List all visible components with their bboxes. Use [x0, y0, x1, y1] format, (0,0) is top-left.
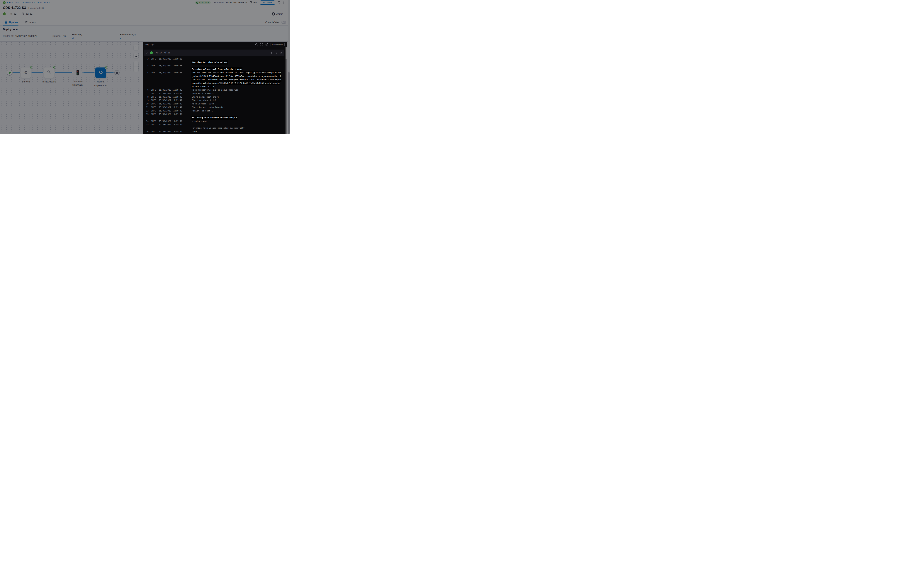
scroll-to-top-button[interactable]: [270, 52, 273, 54]
log-row: 16INFO15/09/2022 16:09:42Done.: [143, 130, 286, 134]
log-row: -out/darwin-fastbuild/bin/260-delegate/e…: [143, 78, 286, 82]
console-view-button[interactable]: Console View: [271, 43, 285, 46]
log-rows: m getHTTP ) 3INFO15/09/2022 16:09:35 Sta…: [143, 56, 286, 134]
log-expand-button[interactable]: [260, 43, 263, 46]
scrollbar-thumb[interactable]: [286, 59, 287, 134]
log-row: t/test-chart/0.1.0: [143, 85, 286, 88]
log-row: 5INFO15/09/2022 16:09:35Did not find the…: [143, 71, 286, 75]
open-in-new-tab-button[interactable]: [265, 43, 268, 46]
log-row: Following were fetched successfully :: [143, 116, 286, 119]
execution-page: ∞ CFDs_Test › Pipelines › CDS-41722-S3 ›…: [0, 0, 290, 134]
log-row: 14INFO15/09/2022 16:09:42- values.yaml: [143, 119, 286, 123]
log-panel-title: Step Logs: [145, 43, 155, 46]
log-row: 13INFO15/09/2022 16:09:42: [143, 113, 286, 116]
step-success-icon: [150, 51, 153, 54]
log-row: 7INFO15/09/2022 16:09:42Base Path: chart…: [143, 92, 286, 95]
log-row: 6INFO15/09/2022 16:09:42Helm repository:…: [143, 88, 286, 92]
log-row: 3INFO15/09/2022 16:09:35: [143, 57, 286, 61]
log-row: Fetching values.yaml from helm chart rep…: [143, 68, 286, 71]
step-log-section-header[interactable]: Fetch Files 9s: [144, 49, 284, 56]
log-row: 9INFO15/09/2022 16:09:42Chart version: 0…: [143, 99, 286, 102]
log-row: 12INFO15/09/2022 16:09:42Region: us-east…: [143, 109, 286, 113]
log-row: 15INFO15/09/2022 16:09:42: [143, 123, 286, 126]
step-logs-drawer: Step Logs Console View Fetch: [143, 42, 287, 134]
log-row: Starting fetching Helm values: [143, 61, 286, 64]
log-search-button[interactable]: [255, 43, 258, 46]
log-row: 8INFO15/09/2022 16:09:42Chart name: test…: [143, 95, 286, 99]
log-row: 10INFO15/09/2022 16:09:42Helm version: V…: [143, 102, 286, 106]
log-row: Fetching helm values completed successfu…: [143, 126, 286, 130]
chevron-down-icon: [146, 51, 148, 54]
step-name: Fetch Files: [156, 51, 170, 54]
scroll-to-bottom-button[interactable]: [275, 52, 277, 54]
log-row: repository/helm/source/93602db7-89f2-317…: [143, 82, 286, 85]
log-row: m getHTTP ): [143, 56, 286, 57]
log-row: 4INFO15/09/2022 16:09:35: [143, 64, 286, 68]
step-duration: 9s: [280, 52, 282, 54]
log-scrollbar[interactable]: [286, 47, 287, 134]
log-row: 11INFO15/09/2022 16:09:42Chart bucket: a…: [143, 106, 286, 109]
log-row: _achyuth/d605e19b46448ceaacb01fb4c19633a…: [143, 75, 286, 78]
